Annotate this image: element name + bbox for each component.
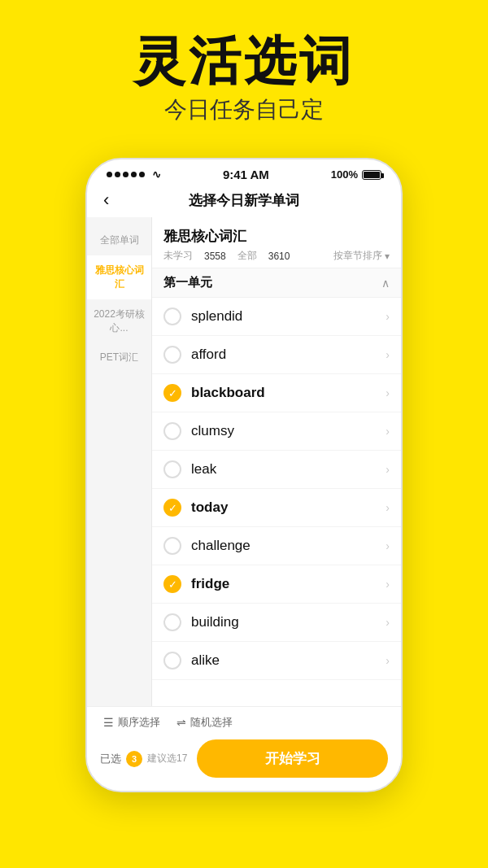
- nav-bar: ‹ 选择今日新学单词: [87, 185, 401, 217]
- word-checkbox-building[interactable]: [163, 613, 181, 631]
- word-arrow-alike: ›: [386, 654, 390, 667]
- word-list-area: 雅思核心词汇 未学习 3558 全部 3610 按章节排序 ▾ 第一单元: [152, 217, 401, 767]
- word-item-today[interactable]: ✓ today ›: [152, 489, 401, 527]
- chapter-header[interactable]: 第一单元 ∧: [152, 268, 401, 298]
- word-section-title: 雅思核心词汇: [163, 227, 390, 246]
- sequential-icon: ☰: [103, 716, 114, 729]
- bottom-bar: ☰ 顺序选择 ⇌ 随机选择 已选 3 建议选17 开始学习: [87, 706, 401, 791]
- sidebar-item-ielts[interactable]: 雅思核心词汇: [87, 255, 151, 299]
- nav-title: 选择今日新学单词: [189, 191, 299, 210]
- promo-title: 灵活选词: [16, 33, 472, 89]
- word-item-building[interactable]: building ›: [152, 604, 401, 642]
- word-checkbox-blackboard[interactable]: ✓: [163, 384, 181, 402]
- word-arrow-fridge: ›: [386, 578, 390, 591]
- word-checkbox-afford[interactable]: [163, 346, 181, 364]
- back-button[interactable]: ‹: [103, 190, 128, 211]
- word-arrow-afford: ›: [386, 348, 390, 361]
- signal-dots: ∿: [107, 168, 161, 181]
- word-arrow-blackboard: ›: [386, 386, 390, 399]
- word-text-afford: afford: [191, 347, 386, 363]
- word-item-fridge[interactable]: ✓ fridge ›: [152, 565, 401, 604]
- wifi-icon: ∿: [152, 168, 161, 181]
- random-icon: ⇌: [176, 716, 186, 729]
- word-text-clumsy: clumsy: [191, 423, 386, 439]
- word-arrow-building: ›: [386, 616, 390, 629]
- status-right: 100%: [331, 168, 381, 181]
- word-item-splendid[interactable]: splendid ›: [152, 298, 401, 336]
- word-item-blackboard[interactable]: ✓ blackboard ›: [152, 374, 401, 412]
- word-checkbox-alike[interactable]: [163, 652, 181, 670]
- word-text-fridge: fridge: [191, 576, 386, 592]
- word-area-header: 雅思核心词汇 未学习 3558 全部 3610 按章节排序 ▾: [152, 217, 401, 268]
- suggest-text: 建议选17: [147, 752, 187, 765]
- selected-prefix: 已选: [100, 752, 121, 766]
- unlearned-count: 3558: [204, 251, 226, 262]
- chapter-collapse-icon[interactable]: ∧: [381, 277, 390, 290]
- sidebar-item-all[interactable]: 全部单词: [87, 225, 151, 255]
- random-select-button[interactable]: ⇌ 随机选择: [176, 715, 233, 730]
- word-checkbox-challenge[interactable]: [163, 537, 181, 555]
- dot-3: [123, 172, 129, 177]
- sidebar: 全部单词 雅思核心词汇 2022考研核心... PET词汇: [87, 217, 152, 767]
- selected-count-area: 已选 3 建议选17: [100, 751, 187, 767]
- sort-label: 按章节排序: [333, 249, 382, 263]
- phone-mockup: ∿ 9:41 AM 100% ‹ 选择今日新学单词 全部单词 雅思核心词汇 20…: [85, 158, 403, 792]
- word-text-blackboard: blackboard: [191, 385, 386, 401]
- word-arrow-splendid: ›: [386, 310, 390, 323]
- word-checkbox-clumsy[interactable]: [163, 422, 181, 440]
- word-item-leak[interactable]: leak ›: [152, 451, 401, 489]
- main-content: 全部单词 雅思核心词汇 2022考研核心... PET词汇 雅思核心词汇 未学习…: [87, 217, 401, 767]
- word-stats: 未学习 3558 全部 3610 按章节排序 ▾: [163, 249, 390, 263]
- promo-subtitle: 今日任务自己定: [16, 94, 472, 125]
- status-time: 9:41 AM: [223, 168, 269, 181]
- chapter-title: 第一单元: [163, 275, 212, 290]
- word-text-challenge: challenge: [191, 538, 386, 554]
- word-text-today: today: [191, 499, 386, 516]
- word-item-clumsy[interactable]: clumsy ›: [152, 412, 401, 451]
- dot-5: [139, 172, 145, 177]
- total-count: 3610: [268, 251, 290, 262]
- phone-wrapper: ∿ 9:41 AM 100% ‹ 选择今日新学单词 全部单词 雅思核心词汇 20…: [0, 158, 488, 792]
- random-label: 随机选择: [190, 715, 233, 730]
- word-checkbox-splendid[interactable]: [163, 308, 181, 325]
- status-bar: ∿ 9:41 AM 100%: [87, 159, 401, 185]
- bottom-options: ☰ 顺序选择 ⇌ 随机选择: [87, 707, 401, 735]
- battery-percent: 100%: [331, 168, 358, 181]
- dot-2: [115, 172, 120, 177]
- promo-header: 灵活选词 今日任务自己定: [0, 0, 488, 142]
- word-text-leak: leak: [191, 461, 386, 478]
- word-arrow-leak: ›: [386, 463, 390, 476]
- word-item-challenge[interactable]: challenge ›: [152, 527, 401, 565]
- sidebar-item-pet[interactable]: PET词汇: [87, 342, 151, 373]
- unlearned-label: 未学习: [163, 249, 193, 263]
- total-label: 全部: [237, 249, 257, 263]
- sort-button[interactable]: 按章节排序 ▾: [333, 249, 390, 263]
- word-item-alike[interactable]: alike ›: [152, 642, 401, 680]
- word-checkbox-today[interactable]: ✓: [163, 499, 181, 517]
- battery-icon: [362, 170, 381, 180]
- word-arrow-challenge: ›: [386, 539, 390, 552]
- start-study-button[interactable]: 开始学习: [197, 739, 388, 778]
- dot-1: [107, 172, 112, 177]
- dot-4: [131, 172, 137, 177]
- word-text-alike: alike: [191, 652, 386, 669]
- word-arrow-today: ›: [386, 501, 390, 514]
- count-badge: 3: [126, 751, 142, 767]
- word-text-splendid: splendid: [191, 308, 386, 325]
- sequential-label: 顺序选择: [118, 715, 160, 730]
- sidebar-item-postgrad[interactable]: 2022考研核心...: [87, 299, 151, 343]
- word-item-afford[interactable]: afford ›: [152, 336, 401, 374]
- word-arrow-clumsy: ›: [386, 425, 390, 438]
- bottom-actions: 已选 3 建议选17 开始学习: [87, 735, 401, 791]
- word-checkbox-fridge[interactable]: ✓: [163, 575, 181, 593]
- word-text-building: building: [191, 614, 386, 630]
- word-checkbox-leak[interactable]: [163, 460, 181, 478]
- sort-chevron-icon: ▾: [385, 251, 390, 262]
- sequential-select-button[interactable]: ☰ 顺序选择: [103, 715, 160, 730]
